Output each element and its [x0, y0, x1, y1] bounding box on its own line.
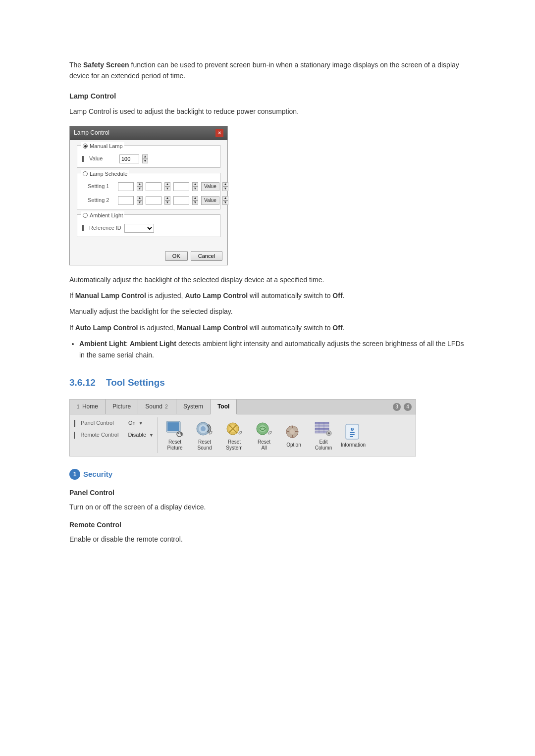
security-title: Security	[83, 468, 112, 480]
option-item[interactable]: Option	[281, 422, 307, 448]
manual-lamp-text: Manual Lamp	[90, 142, 123, 151]
remote-control-arrow: ▼	[149, 432, 154, 439]
auto-adjust-text: Automatically adjust the backlight of th…	[69, 274, 466, 285]
panel-control-row: Panel Control On ▼	[74, 417, 154, 429]
lamp-schedule-label: Lamp Schedule	[81, 170, 129, 179]
tool-settings-section: 3.6.12 Tool Settings 1 Home Picture Soun…	[69, 375, 466, 545]
reset-system-item[interactable]: ResetSystem	[221, 419, 247, 451]
tab-picture-label: Picture	[112, 403, 131, 410]
tab-home[interactable]: 1 Home	[70, 400, 106, 414]
reset-system-label: ResetSystem	[226, 439, 242, 451]
ambient-bullet-item: Ambient Light: Ambient Light detects amb…	[79, 338, 466, 360]
manual-lamp-radio[interactable]	[83, 144, 88, 149]
tool-settings-heading: 3.6.12 Tool Settings	[69, 375, 466, 390]
edit-column-svg	[314, 420, 333, 437]
tab-picture[interactable]: Picture	[106, 400, 138, 414]
setting1-sec-spinner: ▲ ▼	[192, 182, 198, 191]
row-bar	[82, 156, 84, 162]
lamp-schedule-radio[interactable]	[83, 171, 88, 176]
setting2-min[interactable]	[146, 196, 161, 205]
ambient-light-text: Ambient Light	[90, 211, 123, 220]
reference-select[interactable]	[124, 224, 154, 233]
information-icon: i	[343, 422, 363, 441]
page-wrapper: The Safety Screen function can be used t…	[69, 59, 466, 545]
reference-row: Reference ID	[82, 224, 215, 233]
setting2-value: Value	[201, 196, 219, 205]
tab-home-label: Home	[82, 403, 98, 410]
val-spin-down[interactable]: ▼	[222, 187, 228, 191]
min-spin-down[interactable]: ▼	[164, 187, 170, 191]
edit-column-icon	[314, 419, 333, 438]
dialog-titlebar: Lamp Control ✕	[70, 126, 227, 140]
edit-column-label: EditColumn	[315, 439, 332, 451]
val2-spin-down[interactable]: ▼	[222, 201, 228, 205]
tab-sound-label: Sound	[145, 403, 162, 410]
section-title: Tool Settings	[106, 377, 165, 388]
manual-lamp-row: Value ▲ ▼	[82, 154, 215, 163]
value-input[interactable]	[119, 154, 139, 163]
svg-rect-29	[350, 434, 355, 435]
hour2-spin-down[interactable]: ▼	[137, 201, 143, 205]
remote-control-value: Disable	[128, 431, 146, 440]
lamp-control-section: Lamp Control Lamp Control is used to adj…	[69, 91, 466, 360]
tab-system-label: System	[183, 403, 203, 410]
remote-control-heading: Remote Control	[69, 519, 466, 530]
sec-spin-down[interactable]: ▼	[192, 187, 198, 191]
lamp-schedule-text: Lamp Schedule	[90, 170, 127, 179]
reset-sound-icon	[195, 419, 214, 438]
edit-column-item[interactable]: EditColumn	[311, 419, 336, 451]
lamp-control-dialog: Lamp Control ✕ Manual Lamp Value	[69, 126, 228, 265]
svg-rect-17	[315, 425, 329, 427]
reset-all-svg	[255, 420, 273, 437]
remote-bar	[74, 432, 75, 439]
tab-number-2: 2	[165, 404, 168, 409]
setting2-sec-spinner: ▲ ▼	[192, 196, 198, 205]
spin-down-btn[interactable]: ▼	[142, 159, 148, 163]
svg-point-9	[259, 425, 266, 432]
lamp-schedule-group: Lamp Schedule Setting 1 ▲ ▼	[77, 173, 220, 209]
tab-sound[interactable]: Sound 2	[138, 400, 176, 414]
value-spinner: ▲ ▼	[142, 154, 148, 163]
ambient-light-radio[interactable]	[83, 213, 88, 218]
setting2-label: Setting 2	[88, 196, 115, 205]
setting1-hour-spinner: ▲ ▼	[137, 182, 143, 191]
setting1-hour[interactable]	[118, 182, 134, 191]
reset-all-item[interactable]: ResetAll	[251, 419, 277, 451]
toolbar-body: Panel Control On ▼ Remote Control Disabl…	[70, 414, 416, 456]
reset-picture-item[interactable]: ResetPicture	[162, 419, 188, 451]
setting1-sec[interactable]	[173, 182, 189, 191]
hour-spin-down[interactable]: ▼	[137, 187, 143, 191]
setting2-min-spinner: ▲ ▼	[164, 196, 170, 205]
min2-spin-down[interactable]: ▼	[164, 201, 170, 205]
setting1-min[interactable]	[146, 182, 161, 191]
cancel-button[interactable]: Cancel	[191, 251, 222, 261]
option-label: Option	[286, 442, 301, 448]
sec2-spin-down[interactable]: ▼	[192, 201, 198, 205]
svg-rect-28	[350, 432, 355, 433]
information-item[interactable]: i Information	[340, 422, 366, 448]
setting2-sec[interactable]	[173, 196, 189, 205]
remote-control-row: Remote Control Disable ▼	[74, 429, 154, 441]
lamp-control-heading: Lamp Control	[69, 91, 466, 102]
manual-note1: If Manual Lamp Control is adjusted, Auto…	[69, 290, 466, 301]
svg-point-5	[201, 426, 206, 431]
setting1-row: Setting 1 ▲ ▼ ▲ ▼	[82, 182, 215, 191]
section-number: 3.6.12	[69, 377, 96, 388]
setting2-hour[interactable]	[118, 196, 134, 205]
tab-tool[interactable]: Tool	[211, 400, 237, 414]
dialog-close-button[interactable]: ✕	[215, 129, 223, 137]
reset-sound-item[interactable]: ResetSound	[192, 419, 217, 451]
lamp-control-dialog-container: Lamp Control ✕ Manual Lamp Value	[69, 126, 466, 265]
remote-control-label: Remote Control	[80, 431, 125, 440]
security-badge: 1	[69, 469, 80, 480]
badge-3: 3	[393, 403, 401, 411]
value-label: Value	[89, 154, 116, 163]
ok-button[interactable]: OK	[165, 251, 188, 261]
security-section-heading: 1 Security	[69, 468, 466, 480]
reset-all-label: ResetAll	[258, 439, 270, 451]
panel-control-value: On	[128, 419, 136, 428]
svg-point-11	[290, 429, 295, 434]
reset-all-icon	[254, 419, 274, 438]
reset-system-icon	[224, 419, 244, 438]
tab-system[interactable]: System	[176, 400, 211, 414]
